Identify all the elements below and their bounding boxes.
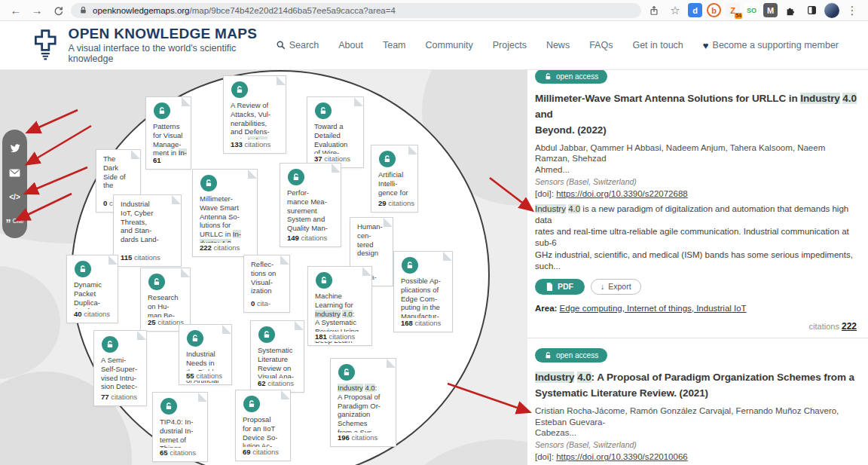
extension-icon-d[interactable]: d	[688, 3, 702, 17]
map-card-title: Millimeter- Wave Smart Antenna So- lutio…	[200, 194, 253, 248]
map-card-systematic-literature-visual[interactable]: Systematic Literature Review on Visual A…	[250, 320, 304, 393]
folded-corner	[248, 170, 257, 179]
share-button[interactable]	[646, 2, 662, 19]
profile-avatar[interactable]	[824, 3, 839, 18]
open-lock-icon	[405, 261, 414, 270]
map-card-industrial-needs-artificial[interactable]: Industrial Needs in the Fields of Artifi…	[179, 324, 232, 385]
forward-button[interactable]: →	[29, 2, 45, 19]
nav-item-team[interactable]: Team	[383, 40, 406, 50]
map-card-semi-self-supervised-intrusion[interactable]: A Semi- Self-Super- vised Intru- sion De…	[93, 330, 147, 406]
map-card-citations: 55 citations	[186, 371, 229, 381]
map-card-possible-applications-edge[interactable]: Possible Ap- plications of Edge Com- put…	[393, 251, 453, 332]
url-text: openknowledgemaps.org/map/9bce74b42e20d2…	[93, 6, 396, 15]
folded-corner	[198, 393, 207, 402]
open-lock-icon	[235, 85, 244, 94]
map-card-dynamic-packet-duplication[interactable]: Dynamic Packet Duplica- tion for In-40 c…	[66, 255, 118, 323]
extension-icon-z[interactable]: Z54	[726, 3, 740, 17]
nav-item-about[interactable]: About	[338, 40, 363, 50]
extension-icon-b[interactable]: b	[707, 3, 721, 17]
map-card-title: Possible Ap- plications of Edge Com- put…	[401, 277, 448, 321]
extensions-puzzle-button[interactable]	[782, 2, 799, 19]
open-access-lock-badge	[200, 175, 217, 191]
open-lock-icon	[78, 265, 87, 274]
folded-corner	[408, 145, 417, 154]
map-card-title: Reflec- tions on Visual- ization	[251, 260, 286, 295]
open-lock-icon	[247, 399, 256, 408]
open-lock-icon	[342, 368, 351, 377]
nav-item-community[interactable]: Community	[426, 40, 473, 50]
paper-title[interactable]: Millimeter-Wave Smart Antenna Solutions …	[535, 91, 857, 139]
envelope-icon	[9, 169, 20, 177]
open-access-badge: open access	[535, 348, 607, 363]
map-card-title: Patterns for Visual Manage- ment in In-	[153, 122, 187, 158]
pdf-button[interactable]: PDF	[535, 279, 585, 295]
reload-button[interactable]	[50, 2, 66, 19]
folded-corner	[362, 267, 371, 276]
map-card-tip40-industrial-internet[interactable]: TIP4.0: In- dustrial In- ternet of Thing…	[152, 392, 208, 462]
reading-mode-button[interactable]	[803, 2, 820, 19]
map-card-machine-learning-industry-40[interactable]: Machine Learning for Industry 4.0: A Sys…	[307, 266, 372, 346]
map-card-patterns-visual-management[interactable]: Patterns for Visual Manage- ment in In-6…	[145, 96, 191, 170]
nav-item-support[interactable]: ♥Become a supporting member	[703, 40, 839, 51]
open-access-lock-badge	[148, 274, 165, 290]
site-header: OPEN KNOWLEDGE MAPS A visual interface t…	[0, 21, 868, 70]
embed-code-button[interactable]: </>	[9, 193, 20, 201]
share-toolbar: </> ” Cite	[2, 130, 27, 238]
map-card-industrial-iot-cyber-threats[interactable]: Industrial IoT, Cyber Threats, and Stan-…	[113, 194, 182, 267]
area-link[interactable]: Edge computing, Internet of things, Indu…	[560, 304, 747, 313]
extension-icon-so[interactable]: SO	[744, 3, 759, 17]
export-button[interactable]: ↓ Export	[591, 279, 641, 295]
doi-link[interactable]: https://doi.org/10.3390/s22072688	[556, 189, 688, 198]
nav-item-faqs[interactable]: FAQs	[589, 40, 613, 50]
nav-item-projects[interactable]: Projects	[493, 40, 527, 50]
map-card-research-human-behavior[interactable]: Research on Hu- man Be- havior25 citatio…	[140, 268, 191, 332]
browser-toolbar: ← → openknowledgemaps.org/map/9bce74b42e…	[0, 0, 868, 21]
map-card-citations: 29 citations	[378, 198, 415, 208]
email-share-button[interactable]	[9, 169, 20, 177]
map-card-title: Human- cen- tered design	[357, 222, 389, 258]
browser-menu-button[interactable]: ⋮	[844, 2, 860, 19]
open-access-lock-badge	[379, 151, 396, 167]
folded-corner	[280, 255, 289, 265]
map-card-review-attacks-vulnerabilities[interactable]: A Review of Attacks, Vul- nerabilities, …	[223, 75, 286, 154]
citations-count[interactable]: 222	[842, 321, 857, 332]
map-card-millimeter-wave-smart-antenna[interactable]: Millimeter- Wave Smart Antenna So- lutio…	[192, 169, 258, 257]
okm-bulb-icon	[30, 27, 61, 63]
map-card-citations: 40 citations	[74, 309, 115, 319]
open-lock-icon	[319, 106, 328, 115]
map-card-reflections-visualization[interactable]: Reflec- tions on Visual- ization0 cita-	[243, 255, 290, 313]
map-card-toward-detailed-evaluation[interactable]: Toward a Detailed Evaluation of Wire-37 …	[307, 96, 364, 168]
address-bar[interactable]: openknowledgemaps.org/map/9bce74b42e20d2…	[71, 3, 641, 18]
folded-corner	[443, 252, 452, 261]
paper-list-panel: open access Millimeter-Wave Smart Antenn…	[527, 70, 868, 465]
paper-title[interactable]: Industry 4.0: A Proposal of Paradigm Org…	[535, 370, 857, 402]
extension-icon-m[interactable]: M	[763, 3, 778, 17]
nav-item-news[interactable]: News	[546, 40, 570, 50]
knowledge-map[interactable]: The Dark Side of the0 cita-Patterns for …	[0, 70, 527, 465]
doi-link[interactable]: https://doi.org/10.3390/s22010066	[556, 452, 688, 461]
nav-item-search[interactable]: Search	[277, 40, 319, 50]
map-card-proposal-iiot-device[interactable]: Proposal for an IIoT Device So- lution A…	[235, 390, 291, 461]
open-lock-icon	[191, 334, 200, 343]
open-lock-icon	[544, 351, 552, 359]
map-card-artificial-intelligence-smart[interactable]: Artificial Intelli- gence for Smart29 ci…	[371, 145, 418, 213]
map-card-industry-40-paradigm[interactable]: Industry 4.0: A Proposal of Paradigm Or-…	[330, 358, 396, 447]
cite-button[interactable]: ” Cite	[5, 217, 23, 225]
open-access-lock-badge	[402, 257, 418, 274]
open-lock-icon	[105, 340, 115, 349]
bookmark-star-button[interactable]: ☆	[667, 2, 683, 19]
map-card-citations: 77 citations	[101, 392, 144, 402]
map-card-performance-measurement[interactable]: Perfor- mance Mea- surement System and Q…	[280, 163, 341, 247]
folded-corner	[384, 218, 393, 227]
twitter-share-button[interactable]	[10, 144, 20, 153]
heart-icon: ♥	[703, 40, 709, 51]
back-button[interactable]: ←	[8, 2, 24, 19]
okm-logo[interactable]: OPEN KNOWLEDGE MAPS A visual interface t…	[30, 26, 277, 65]
open-lock-icon	[292, 173, 301, 182]
folded-corner	[332, 164, 341, 173]
nav-item-get-in-touch[interactable]: Get in touch	[632, 40, 683, 50]
folded-corner	[182, 97, 191, 106]
reload-icon	[53, 5, 63, 16]
map-card-title: Proposal for an IIoT Device So- lution A…	[243, 415, 286, 451]
open-access-lock-badge	[338, 364, 355, 381]
